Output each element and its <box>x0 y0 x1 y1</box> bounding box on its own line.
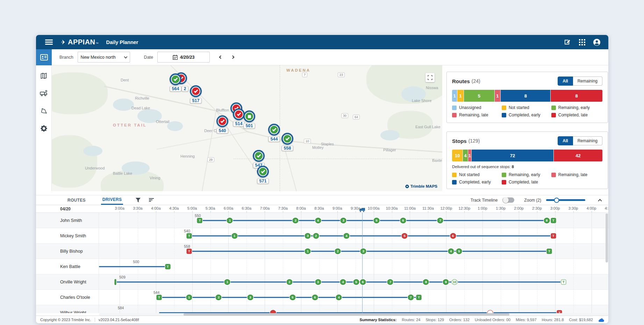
timeline-stop-marker[interactable]: 5 <box>289 295 295 300</box>
timeline-stop-marker[interactable]: 5 <box>353 279 359 285</box>
timeline-stop-marker[interactable]: 3 <box>247 295 253 300</box>
timeline-stop-marker[interactable]: 2 <box>335 248 341 254</box>
route-line <box>159 297 419 298</box>
map-canvas[interactable]: WADENAOTTER TAILDentRichvilleDead LakeOt… <box>52 65 442 191</box>
timeline-stop-marker[interactable]: T <box>156 295 162 300</box>
timeline-stop-marker[interactable]: 4 <box>448 248 454 254</box>
status-bar: Copyright © 2023 Trimble Inc. v2023.04.2… <box>36 316 608 323</box>
timeline-stop-marker[interactable]: 1 <box>305 248 311 254</box>
tick-mark <box>301 211 301 212</box>
timeline-stop-marker[interactable]: 6 <box>400 218 406 223</box>
timeline-stop-marker[interactable]: T <box>546 248 552 254</box>
previous-day-button[interactable] <box>216 53 225 62</box>
map-place-label: Bluffton <box>216 108 229 112</box>
timeline-stop-marker[interactable]: 10 <box>451 279 457 285</box>
hamburger-icon[interactable] <box>45 39 53 45</box>
driver-route-track[interactable]: 50912345678910T <box>99 274 608 289</box>
zoom-level-label: Zoom (2) <box>524 198 541 203</box>
timeline-stop-marker[interactable] <box>114 279 116 285</box>
branch-select[interactable]: New Mexico north <box>78 52 130 63</box>
timeline-stop-marker[interactable]: 2 <box>286 279 292 285</box>
zoom-slider[interactable] <box>546 199 585 201</box>
timeline-stop-marker[interactable]: 3 <box>305 233 311 239</box>
timeline-stop-marker[interactable]: 1 <box>227 218 233 223</box>
timeline-stop-marker[interactable]: 1 <box>231 233 237 239</box>
driver-route-track[interactable]: 550T12435678T <box>99 213 608 228</box>
timeline-stop-marker[interactable]: T <box>165 264 170 269</box>
sidebar-item-planner[interactable] <box>36 49 52 65</box>
next-day-button[interactable] <box>228 53 237 62</box>
timeline-stop-marker[interactable]: T <box>551 218 556 223</box>
timeline-stop-marker[interactable]: 8 <box>544 218 550 223</box>
timeline-stop-marker[interactable]: 7 <box>408 295 414 300</box>
tab-drivers[interactable]: DRIVERS <box>101 195 123 205</box>
truck-cursor-icon[interactable] <box>359 207 365 212</box>
driver-route-track[interactable]: 544T1235647T <box>99 290 608 305</box>
timeline-stop-marker[interactable]: 6 <box>450 233 456 239</box>
sort-icon[interactable] <box>149 198 154 202</box>
timeline-stop-marker[interactable]: 3 <box>341 218 346 223</box>
sidebar-item-map[interactable] <box>40 72 48 80</box>
timeline-stop-marker[interactable]: 6 <box>312 295 318 300</box>
timeline-stop-marker[interactable]: T <box>416 295 421 300</box>
collapse-timeline-icon[interactable] <box>596 197 603 204</box>
timeline-stop-marker[interactable]: 6 <box>360 279 366 285</box>
timeline-stop-marker[interactable]: 4 <box>336 295 342 300</box>
date-input[interactable]: 4/20/23 <box>157 52 210 63</box>
legend-item: Completed, early <box>502 113 551 117</box>
compose-icon[interactable] <box>564 38 571 46</box>
timeline-stop-marker[interactable]: T <box>186 248 192 254</box>
timeline-stop-marker[interactable]: 7 <box>437 218 443 223</box>
filter-icon[interactable] <box>136 198 141 202</box>
timeline-stop-marker[interactable]: 5 <box>374 218 380 223</box>
routes-toggle-all[interactable]: All <box>558 77 573 86</box>
driver-route-track[interactable]: 540T132456T <box>99 228 608 243</box>
timeline-stop-marker[interactable]: 2 <box>313 233 319 239</box>
timeline-stop-marker[interactable]: T <box>186 233 192 238</box>
map-place-label: Nisswa <box>426 86 438 90</box>
bar-segment: 8 <box>501 90 551 102</box>
timeline-stop-marker[interactable]: 3 <box>315 279 321 285</box>
driver-route-track[interactable]: 558T12345T <box>99 244 608 259</box>
timeline-stop-marker[interactable]: 1 <box>186 295 192 300</box>
legend-swatch <box>551 113 556 117</box>
timeline-stop-marker[interactable]: 1 <box>224 279 230 285</box>
timeline-stop-marker[interactable]: T <box>557 310 562 313</box>
timeline-stop-marker[interactable]: T <box>561 279 566 284</box>
map-place-label: Richville <box>135 96 149 100</box>
timeline-stop-marker[interactable]: 5 <box>402 233 408 239</box>
stops-toggle-all[interactable]: All <box>558 136 573 145</box>
tick-mark <box>555 211 556 212</box>
track-timeline-toggle[interactable] <box>502 197 514 203</box>
routes-toggle-remaining[interactable]: Remaining <box>573 77 602 86</box>
map-fullscreen-icon[interactable] <box>425 73 435 82</box>
timeline-stop-marker[interactable] <box>487 310 493 313</box>
account-icon[interactable] <box>593 38 601 46</box>
timeline-stop-marker[interactable]: 4 <box>344 233 350 239</box>
timeline-stop-marker[interactable]: 5 <box>456 248 462 254</box>
tick-mark <box>573 211 574 212</box>
timeline-stop-marker[interactable]: 4 <box>340 279 346 285</box>
timeline-stop-marker[interactable]: T <box>197 218 202 223</box>
driver-route-track[interactable]: 584T <box>99 305 608 313</box>
timeline-stop-marker[interactable] <box>270 310 276 313</box>
legend-item: Not started <box>502 105 551 110</box>
tab-routes[interactable]: ROUTES <box>66 195 87 205</box>
timeline-stop-marker[interactable]: 2 <box>216 295 222 300</box>
sidebar-item-settings[interactable] <box>40 124 48 132</box>
sidebar-item-vehicles[interactable] <box>40 89 48 98</box>
timeline-stop-marker[interactable]: 9 <box>443 279 449 285</box>
legend-label: Not started <box>509 105 529 110</box>
timeline-stop-marker[interactable]: 8 <box>423 279 429 285</box>
sidebar-item-zones[interactable] <box>40 107 48 115</box>
timeline-stop-marker[interactable]: 2 <box>293 218 299 223</box>
stops-toggle-remaining[interactable]: Remaining <box>573 136 602 145</box>
timeline-stop-marker[interactable]: 7 <box>387 279 393 285</box>
driver-route-track[interactable]: 500T <box>99 259 608 274</box>
timeline-stop-marker[interactable]: T <box>551 233 556 238</box>
timeline-stop-marker[interactable]: 3 <box>360 248 366 254</box>
vertical-scrollbar[interactable] <box>606 214 608 262</box>
timeline-stop-marker[interactable]: 4 <box>315 218 321 223</box>
apps-grid-icon[interactable] <box>578 38 586 46</box>
zoom-slider-thumb[interactable] <box>554 197 559 203</box>
